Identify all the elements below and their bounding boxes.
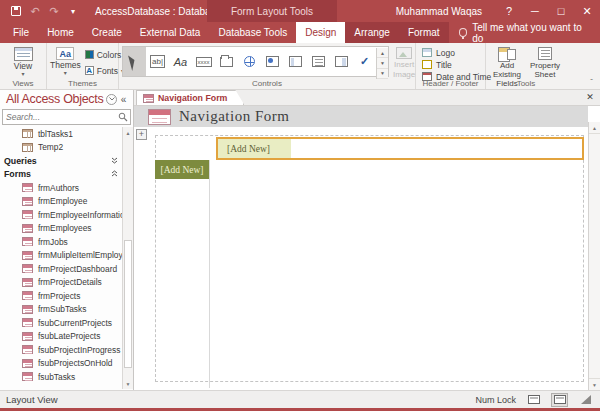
- document-scrollbar[interactable]: ▲ ▼: [588, 122, 600, 390]
- help-button[interactable]: ?: [496, 0, 522, 22]
- close-document-icon[interactable]: ✕: [584, 92, 596, 102]
- tab-format[interactable]: Format: [399, 22, 449, 43]
- logo-icon: [422, 48, 432, 57]
- collapse-ribbon-icon[interactable]: ˆ: [590, 77, 593, 86]
- list-item-table[interactable]: Temp2: [0, 141, 122, 155]
- list-item-form[interactable]: frmMulipleItemlEmployee: [0, 249, 122, 263]
- web-browser-control[interactable]: [261, 47, 284, 76]
- ribbon-group-tools: Add Existing Fields Property Sheet Tools: [486, 43, 566, 89]
- web-browser-icon: [266, 56, 279, 67]
- nav-pane-scrollbar[interactable]: ▲ ▼: [122, 127, 133, 389]
- view-dropdown-icon: ▾: [21, 72, 24, 76]
- scroll-down-icon[interactable]: ▼: [123, 378, 134, 389]
- insert-image-button[interactable]: Insert Image: [393, 45, 415, 79]
- list-item-form[interactable]: frmProjects: [0, 289, 122, 303]
- document-area: Navigation Form ✕ Navigation Form + [Add…: [134, 90, 600, 390]
- save-icon[interactable]: [10, 5, 22, 17]
- list-item-form[interactable]: frmEmployees: [0, 222, 122, 236]
- option-group-control[interactable]: [307, 47, 330, 76]
- list-item-form[interactable]: fsubProjectsOnHold: [0, 357, 122, 371]
- form-icon: [22, 332, 33, 341]
- ribbon-group-controls: ab| Aa xxxx ✓ ▲ ▼ ▼: [119, 43, 416, 89]
- list-item-form[interactable]: frmAuthors: [0, 181, 122, 195]
- search-input[interactable]: [3, 112, 118, 122]
- list-item-form[interactable]: frmJobs: [0, 235, 122, 249]
- hyperlink-control[interactable]: [238, 47, 261, 76]
- tools-group-label: Tools: [486, 79, 566, 88]
- form-canvas[interactable]: + [Add New] [Add New]: [134, 127, 588, 390]
- list-item-form[interactable]: frmEmployee: [0, 195, 122, 209]
- label-control[interactable]: Aa: [169, 47, 192, 76]
- gallery-more-icon[interactable]: ▼: [377, 69, 388, 79]
- add-new-button-horizontal[interactable]: [Add New]: [218, 139, 291, 158]
- controls-group-label: Controls: [119, 79, 415, 88]
- view-button[interactable]: View ▾: [4, 46, 42, 78]
- form-view-button[interactable]: [525, 393, 542, 407]
- list-item-form[interactable]: frmProjectDashboard: [0, 262, 122, 276]
- view-label: View: [14, 62, 32, 71]
- layout-view-button[interactable]: [551, 393, 568, 407]
- contextual-tab-title: Form Layout Tools: [207, 0, 337, 22]
- list-item-form[interactable]: frmProjectDetails: [0, 276, 122, 290]
- check-box-control[interactable]: ✓: [353, 47, 376, 76]
- form-icon: [22, 197, 33, 206]
- list-item-table[interactable]: tblTasks1: [0, 127, 122, 141]
- list-item-form[interactable]: fsubLateProjects: [0, 330, 122, 344]
- tab-arrange[interactable]: Arrange: [345, 22, 399, 43]
- gallery-scroll-down[interactable]: ▼: [377, 58, 388, 68]
- logo-button[interactable]: Logo: [419, 47, 494, 58]
- group-header-queries[interactable]: Queries: [0, 154, 122, 168]
- shutter-bar-close-icon[interactable]: «: [117, 94, 130, 105]
- scrollbar-thumb[interactable]: [124, 240, 132, 368]
- table-icon: [22, 143, 33, 152]
- access-window: ↶ ↷ ▾ AccessDatabase : Database- C:\User…: [0, 0, 600, 411]
- text-box-control[interactable]: ab|: [146, 47, 169, 76]
- list-item-form[interactable]: frmEmployeeInformation: [0, 208, 122, 222]
- layout-move-handle[interactable]: +: [136, 129, 147, 140]
- tell-me-box[interactable]: Tell me what you want to do: [449, 22, 600, 43]
- form-icon: [22, 251, 33, 260]
- signed-in-user[interactable]: Muhammad Waqas: [396, 6, 482, 17]
- themes-button[interactable]: Aa Themes ▾: [50, 46, 81, 78]
- tab-control[interactable]: [215, 47, 238, 76]
- navigation-control-icon: [289, 56, 302, 67]
- document-tab-navigation-form[interactable]: Navigation Form: [136, 90, 244, 105]
- scroll-down-icon[interactable]: ▼: [589, 378, 600, 390]
- nav-pane-header: All Access Objects «: [0, 90, 133, 108]
- tab-external-data[interactable]: External Data: [131, 22, 210, 43]
- combo-box-control[interactable]: [330, 47, 353, 76]
- group-header-forms[interactable]: Forms: [0, 168, 122, 182]
- list-item-form[interactable]: frmSubTasks: [0, 303, 122, 317]
- undo-icon[interactable]: ↶: [29, 5, 41, 17]
- design-view-button[interactable]: [577, 393, 594, 407]
- controls-gallery: ab| Aa xxxx ✓ ▲ ▼ ▼: [122, 46, 389, 77]
- customize-qat-icon[interactable]: ▾: [67, 5, 79, 17]
- close-button[interactable]: ✕: [574, 0, 600, 22]
- tab-create[interactable]: Create: [83, 22, 131, 43]
- item-label: fsubLateProjects: [38, 331, 100, 341]
- button-control[interactable]: xxxx: [192, 47, 215, 76]
- redo-icon[interactable]: ↷: [48, 5, 60, 17]
- item-label: frmMulipleItemlEmployee: [38, 250, 132, 260]
- tab-design[interactable]: Design: [296, 22, 345, 43]
- select-cursor-control[interactable]: [123, 47, 146, 76]
- tab-database-tools[interactable]: Database Tools: [209, 22, 296, 43]
- minimize-button[interactable]: ─: [522, 0, 548, 22]
- search-icon[interactable]: [118, 112, 128, 122]
- add-new-button-vertical[interactable]: [Add New]: [155, 160, 209, 179]
- scroll-up-icon[interactable]: ▲: [123, 127, 134, 138]
- scroll-up-icon[interactable]: ▲: [589, 122, 600, 134]
- maximize-button[interactable]: □: [548, 0, 574, 22]
- tab-file[interactable]: File: [4, 22, 38, 43]
- logo-label: Logo: [436, 48, 455, 58]
- search-box[interactable]: [2, 109, 131, 125]
- tab-home[interactable]: Home: [38, 22, 83, 43]
- list-item-form[interactable]: fsubCurrentProjects: [0, 316, 122, 330]
- navigation-control[interactable]: [284, 47, 307, 76]
- nav-pane-title: All Access Objects: [6, 92, 103, 106]
- gallery-scroll-up[interactable]: ▲: [377, 48, 388, 58]
- title-button[interactable]: Title: [419, 59, 494, 70]
- list-item-form[interactable]: fsubTasks: [0, 370, 122, 384]
- list-item-form[interactable]: fsubProjectInProgress: [0, 343, 122, 357]
- nav-pane-menu-icon[interactable]: [106, 94, 117, 105]
